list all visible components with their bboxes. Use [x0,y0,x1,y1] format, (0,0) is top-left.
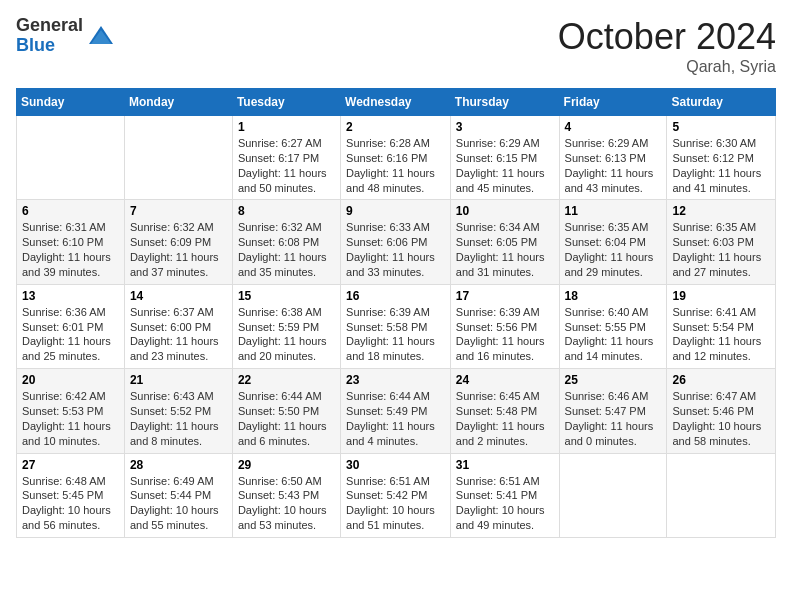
day-info: Sunrise: 6:31 AMSunset: 6:10 PMDaylight:… [22,220,119,279]
header-tuesday: Tuesday [232,89,340,116]
calendar-cell: 21Sunrise: 6:43 AMSunset: 5:52 PMDayligh… [124,369,232,453]
day-info: Sunrise: 6:47 AMSunset: 5:46 PMDaylight:… [672,389,770,448]
header-monday: Monday [124,89,232,116]
day-number: 29 [238,458,335,472]
calendar-cell: 8Sunrise: 6:32 AMSunset: 6:08 PMDaylight… [232,200,340,284]
day-number: 10 [456,204,554,218]
title-block: October 2024 Qarah, Syria [558,16,776,76]
calendar-cell [559,453,667,537]
calendar-cell: 10Sunrise: 6:34 AMSunset: 6:05 PMDayligh… [450,200,559,284]
day-number: 24 [456,373,554,387]
location: Qarah, Syria [558,58,776,76]
day-number: 15 [238,289,335,303]
day-info: Sunrise: 6:28 AMSunset: 6:16 PMDaylight:… [346,136,445,195]
day-number: 28 [130,458,227,472]
day-info: Sunrise: 6:44 AMSunset: 5:49 PMDaylight:… [346,389,445,448]
day-info: Sunrise: 6:38 AMSunset: 5:59 PMDaylight:… [238,305,335,364]
calendar-table: SundayMondayTuesdayWednesdayThursdayFrid… [16,88,776,538]
calendar-cell: 24Sunrise: 6:45 AMSunset: 5:48 PMDayligh… [450,369,559,453]
calendar-cell [17,116,125,200]
calendar-cell: 31Sunrise: 6:51 AMSunset: 5:41 PMDayligh… [450,453,559,537]
calendar-week-1: 6Sunrise: 6:31 AMSunset: 6:10 PMDaylight… [17,200,776,284]
day-info: Sunrise: 6:51 AMSunset: 5:42 PMDaylight:… [346,474,445,533]
day-number: 21 [130,373,227,387]
calendar-cell: 12Sunrise: 6:35 AMSunset: 6:03 PMDayligh… [667,200,776,284]
day-info: Sunrise: 6:41 AMSunset: 5:54 PMDaylight:… [672,305,770,364]
day-number: 11 [565,204,662,218]
calendar-cell: 3Sunrise: 6:29 AMSunset: 6:15 PMDaylight… [450,116,559,200]
day-number: 4 [565,120,662,134]
day-number: 2 [346,120,445,134]
day-number: 17 [456,289,554,303]
day-info: Sunrise: 6:49 AMSunset: 5:44 PMDaylight:… [130,474,227,533]
calendar-cell: 23Sunrise: 6:44 AMSunset: 5:49 PMDayligh… [341,369,451,453]
day-number: 14 [130,289,227,303]
header-wednesday: Wednesday [341,89,451,116]
day-info: Sunrise: 6:43 AMSunset: 5:52 PMDaylight:… [130,389,227,448]
logo-icon [87,22,115,50]
header-sunday: Sunday [17,89,125,116]
page-header: General Blue October 2024 Qarah, Syria [16,16,776,76]
header-thursday: Thursday [450,89,559,116]
day-info: Sunrise: 6:39 AMSunset: 5:56 PMDaylight:… [456,305,554,364]
day-info: Sunrise: 6:48 AMSunset: 5:45 PMDaylight:… [22,474,119,533]
calendar-header: SundayMondayTuesdayWednesdayThursdayFrid… [17,89,776,116]
month-title: October 2024 [558,16,776,58]
calendar-cell: 11Sunrise: 6:35 AMSunset: 6:04 PMDayligh… [559,200,667,284]
calendar-cell: 13Sunrise: 6:36 AMSunset: 6:01 PMDayligh… [17,284,125,368]
calendar-cell: 18Sunrise: 6:40 AMSunset: 5:55 PMDayligh… [559,284,667,368]
header-saturday: Saturday [667,89,776,116]
day-info: Sunrise: 6:44 AMSunset: 5:50 PMDaylight:… [238,389,335,448]
calendar-cell: 1Sunrise: 6:27 AMSunset: 6:17 PMDaylight… [232,116,340,200]
day-number: 1 [238,120,335,134]
day-info: Sunrise: 6:46 AMSunset: 5:47 PMDaylight:… [565,389,662,448]
day-info: Sunrise: 6:32 AMSunset: 6:09 PMDaylight:… [130,220,227,279]
day-info: Sunrise: 6:42 AMSunset: 5:53 PMDaylight:… [22,389,119,448]
day-info: Sunrise: 6:35 AMSunset: 6:03 PMDaylight:… [672,220,770,279]
day-number: 9 [346,204,445,218]
calendar-cell: 16Sunrise: 6:39 AMSunset: 5:58 PMDayligh… [341,284,451,368]
logo-blue: Blue [16,36,83,56]
day-info: Sunrise: 6:27 AMSunset: 6:17 PMDaylight:… [238,136,335,195]
day-number: 27 [22,458,119,472]
day-number: 23 [346,373,445,387]
day-number: 18 [565,289,662,303]
day-info: Sunrise: 6:36 AMSunset: 6:01 PMDaylight:… [22,305,119,364]
day-number: 5 [672,120,770,134]
calendar-cell: 17Sunrise: 6:39 AMSunset: 5:56 PMDayligh… [450,284,559,368]
day-info: Sunrise: 6:34 AMSunset: 6:05 PMDaylight:… [456,220,554,279]
logo-general: General [16,16,83,36]
day-info: Sunrise: 6:32 AMSunset: 6:08 PMDaylight:… [238,220,335,279]
calendar-week-2: 13Sunrise: 6:36 AMSunset: 6:01 PMDayligh… [17,284,776,368]
calendar-cell: 14Sunrise: 6:37 AMSunset: 6:00 PMDayligh… [124,284,232,368]
calendar-week-4: 27Sunrise: 6:48 AMSunset: 5:45 PMDayligh… [17,453,776,537]
day-info: Sunrise: 6:29 AMSunset: 6:15 PMDaylight:… [456,136,554,195]
calendar-cell: 9Sunrise: 6:33 AMSunset: 6:06 PMDaylight… [341,200,451,284]
day-number: 19 [672,289,770,303]
calendar-cell: 28Sunrise: 6:49 AMSunset: 5:44 PMDayligh… [124,453,232,537]
calendar-cell: 15Sunrise: 6:38 AMSunset: 5:59 PMDayligh… [232,284,340,368]
day-info: Sunrise: 6:40 AMSunset: 5:55 PMDaylight:… [565,305,662,364]
calendar-cell: 29Sunrise: 6:50 AMSunset: 5:43 PMDayligh… [232,453,340,537]
calendar-week-0: 1Sunrise: 6:27 AMSunset: 6:17 PMDaylight… [17,116,776,200]
day-number: 16 [346,289,445,303]
logo: General Blue [16,16,115,56]
calendar-cell: 7Sunrise: 6:32 AMSunset: 6:09 PMDaylight… [124,200,232,284]
calendar-cell: 4Sunrise: 6:29 AMSunset: 6:13 PMDaylight… [559,116,667,200]
calendar-cell: 27Sunrise: 6:48 AMSunset: 5:45 PMDayligh… [17,453,125,537]
calendar-cell [124,116,232,200]
day-info: Sunrise: 6:29 AMSunset: 6:13 PMDaylight:… [565,136,662,195]
header-friday: Friday [559,89,667,116]
calendar-cell: 22Sunrise: 6:44 AMSunset: 5:50 PMDayligh… [232,369,340,453]
day-number: 8 [238,204,335,218]
calendar-cell: 5Sunrise: 6:30 AMSunset: 6:12 PMDaylight… [667,116,776,200]
day-info: Sunrise: 6:51 AMSunset: 5:41 PMDaylight:… [456,474,554,533]
calendar-cell: 19Sunrise: 6:41 AMSunset: 5:54 PMDayligh… [667,284,776,368]
day-info: Sunrise: 6:39 AMSunset: 5:58 PMDaylight:… [346,305,445,364]
calendar-cell: 2Sunrise: 6:28 AMSunset: 6:16 PMDaylight… [341,116,451,200]
day-number: 26 [672,373,770,387]
calendar-body: 1Sunrise: 6:27 AMSunset: 6:17 PMDaylight… [17,116,776,538]
day-number: 31 [456,458,554,472]
day-info: Sunrise: 6:50 AMSunset: 5:43 PMDaylight:… [238,474,335,533]
day-info: Sunrise: 6:35 AMSunset: 6:04 PMDaylight:… [565,220,662,279]
